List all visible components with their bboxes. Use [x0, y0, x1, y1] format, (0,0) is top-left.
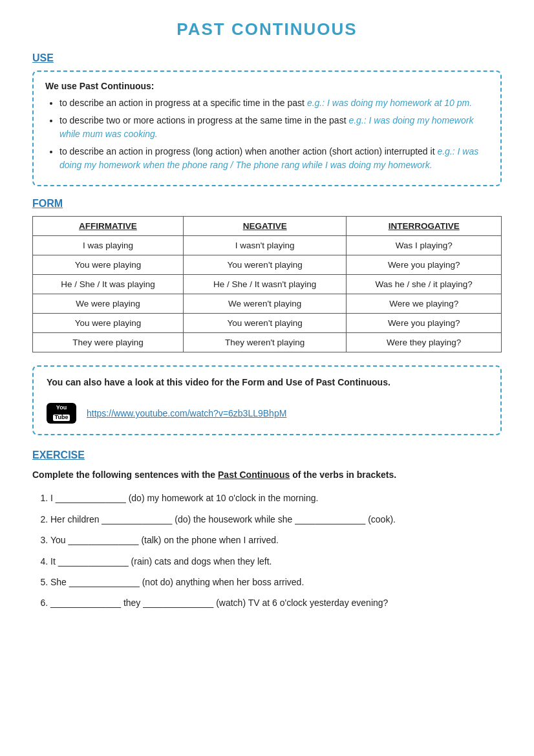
table-row: He / She / It was playingHe / She / It w… [33, 275, 502, 294]
table-header-interrogative: INTERROGATIVE [347, 217, 502, 236]
table-cell: He / She / It wasn't playing [183, 275, 346, 294]
table-cell: You weren't playing [183, 314, 346, 333]
table-header-negative: NEGATIVE [183, 217, 346, 236]
table-cell: Were they playing? [347, 333, 502, 352]
video-box-text: You can also have a look at this video f… [47, 377, 487, 387]
exercise-list-item: I ______________ (do) my homework at 10 … [50, 491, 502, 505]
page-title: PAST CONTINUOUS [32, 19, 502, 39]
table-cell: Were you playing? [347, 255, 502, 275]
use-box-title: We use Past Continuous: [45, 81, 489, 91]
table-cell: We were playing [33, 294, 184, 314]
use-list-item-2: to describe two or more actions in progr… [59, 114, 489, 141]
use-list-item-3: to describe an action in progress (long … [59, 145, 489, 172]
table-cell: Was I playing? [347, 236, 502, 255]
youtube-icon: You Tube [47, 403, 76, 424]
youtube-tube-label: Tube [53, 415, 70, 421]
exercise-heading: EXERCISE [32, 449, 502, 461]
table-header-row: AFFIRMATIVE NEGATIVE INTERROGATIVE [33, 217, 502, 236]
form-section: FORM AFFIRMATIVE NEGATIVE INTERROGATIVE … [32, 198, 502, 352]
table-cell: You weren't playing [183, 255, 346, 275]
table-cell: We weren't playing [183, 294, 346, 314]
table-header-affirmative: AFFIRMATIVE [33, 217, 184, 236]
youtube-you-label: You [53, 405, 70, 411]
form-heading: FORM [32, 198, 502, 210]
exercise-section: EXERCISE Complete the following sentence… [32, 449, 502, 610]
table-row: I was playingI wasn't playingWas I playi… [33, 236, 502, 255]
table-row: You were playingYou weren't playingWere … [33, 314, 502, 333]
use-list: to describe an action in progress at a s… [45, 96, 489, 172]
table-row: We were playingWe weren't playingWere we… [33, 294, 502, 314]
use-heading: USE [32, 52, 502, 64]
exercise-list-item: You ______________ (talk) on the phone w… [50, 533, 502, 547]
conjugation-table: AFFIRMATIVE NEGATIVE INTERROGATIVE I was… [32, 216, 502, 352]
table-cell: You were playing [33, 255, 184, 275]
use-bullet2-plain: to describe two or more actions in progr… [59, 115, 348, 125]
use-bullet1-italic: e.g.: I was doing my homework at 10 pm. [307, 98, 472, 108]
table-cell: They were playing [33, 333, 184, 352]
use-box: We use Past Continuous: to describe an a… [32, 70, 502, 186]
exercise-intro-underline: Past Continuous [218, 470, 290, 480]
table-cell: Were we playing? [347, 294, 502, 314]
exercise-list-item: ______________ they ______________ (watc… [50, 596, 502, 610]
use-bullet1-plain: to describe an action in progress at a s… [59, 98, 307, 108]
table-cell: They weren't playing [183, 333, 346, 352]
use-section: USE We use Past Continuous: to describe … [32, 52, 502, 186]
exercise-list-item: Her children ______________ (do) the hou… [50, 512, 502, 526]
table-row: You were playingYou weren't playingWere … [33, 255, 502, 275]
video-link[interactable]: https://www.youtube.com/watch?v=6zb3LL9B… [87, 408, 286, 418]
use-bullet3-plain: to describe an action in progress (long … [59, 146, 437, 157]
exercise-list: I ______________ (do) my homework at 10 … [32, 491, 502, 610]
table-cell: I wasn't playing [183, 236, 346, 255]
table-cell: You were playing [33, 314, 184, 333]
exercise-intro-end: of the verbs in brackets. [290, 470, 396, 480]
exercise-list-item: It ______________ (rain) cats and dogs w… [50, 554, 502, 568]
exercise-intro: Complete the following sentences with th… [32, 468, 502, 482]
exercise-intro-plain: Complete the following sentences with th… [32, 470, 218, 480]
table-cell: Were you playing? [347, 314, 502, 333]
table-cell: Was he / she / it playing? [347, 275, 502, 294]
exercise-list-item: She ______________ (not do) anything whe… [50, 575, 502, 589]
table-row: They were playingThey weren't playingWer… [33, 333, 502, 352]
table-cell: I was playing [33, 236, 184, 255]
video-box: You can also have a look at this video f… [32, 365, 502, 435]
use-list-item-1: to describe an action in progress at a s… [59, 96, 489, 110]
table-cell: He / She / It was playing [33, 275, 184, 294]
